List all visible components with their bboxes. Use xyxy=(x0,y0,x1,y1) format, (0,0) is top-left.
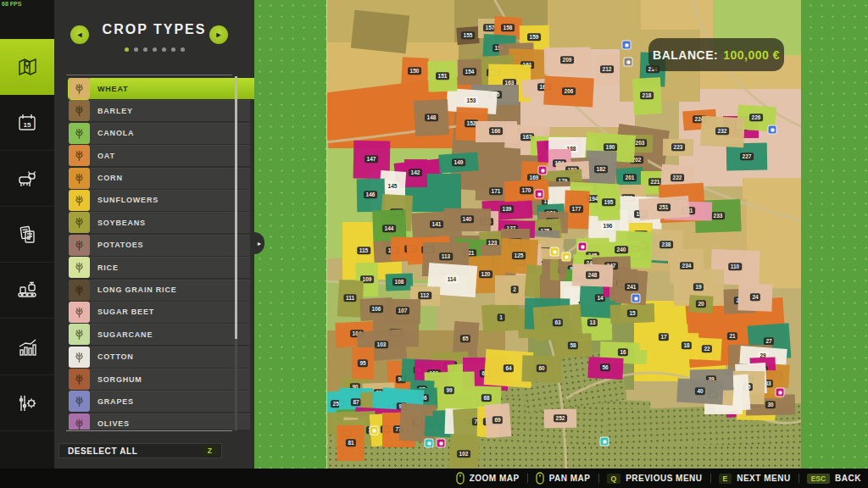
crop-row-soybeans[interactable]: SOYBEANS xyxy=(54,212,254,233)
field-number-103[interactable]: 103 xyxy=(375,341,388,348)
sidebar-item-contracts[interactable] xyxy=(0,207,54,263)
field-number-209[interactable]: 209 xyxy=(560,56,574,64)
field-number-145[interactable]: 145 xyxy=(386,182,399,190)
field-number-147[interactable]: 147 xyxy=(364,155,378,163)
field-number-146[interactable]: 146 xyxy=(364,191,377,198)
field-number-56[interactable]: 56 xyxy=(600,363,610,371)
field-number-125[interactable]: 125 xyxy=(512,252,526,259)
field-number-238[interactable]: 238 xyxy=(659,241,673,248)
sidebar-item-production[interactable] xyxy=(0,263,54,319)
field-number-60[interactable]: 60 xyxy=(537,364,547,372)
map-poi-icon[interactable] xyxy=(437,439,446,448)
field-number-241[interactable]: 241 xyxy=(625,283,638,291)
hotbar-item-zoom-map[interactable]: ZOOM MAP xyxy=(456,472,520,485)
field-number-150[interactable]: 150 xyxy=(408,67,421,75)
field-number-106[interactable]: 106 xyxy=(370,305,383,313)
field-number-30[interactable]: 30 xyxy=(765,401,776,408)
map-poi-icon[interactable] xyxy=(624,58,633,67)
field-number-149[interactable]: 149 xyxy=(452,158,465,166)
field-number-148[interactable]: 148 xyxy=(425,114,438,121)
scrollbar-thumb[interactable] xyxy=(235,76,237,339)
map-poi-icon[interactable] xyxy=(550,247,559,257)
crop-row-corn[interactable]: CORN xyxy=(54,168,254,189)
field-number-251[interactable]: 251 xyxy=(657,203,670,211)
field-number-17[interactable]: 17 xyxy=(659,333,669,341)
field-number-154[interactable]: 154 xyxy=(463,68,476,75)
field-number-2[interactable]: 2 xyxy=(511,286,519,293)
crop-row-grapes[interactable]: GRAPES xyxy=(54,391,254,412)
crop-row-rice[interactable]: RICE xyxy=(54,257,254,278)
map-poi-icon[interactable] xyxy=(538,166,548,175)
field-number-196[interactable]: 196 xyxy=(601,222,615,230)
crop-row-sugarcane[interactable]: SUGARCANE xyxy=(54,324,254,345)
crop-row-olives[interactable]: OLIVES xyxy=(54,413,254,430)
sidebar-item-calendar[interactable]: 15 xyxy=(0,95,54,151)
field-number-108[interactable]: 108 xyxy=(392,278,406,286)
crop-row-barley[interactable]: BARLEY xyxy=(54,100,254,121)
crop-row-oat[interactable]: OAT xyxy=(54,145,254,166)
field-number-182[interactable]: 182 xyxy=(594,165,608,173)
field-number-110[interactable]: 110 xyxy=(728,263,742,270)
sidebar-item-statistics[interactable] xyxy=(0,319,54,375)
field-number-22[interactable]: 22 xyxy=(702,345,712,352)
crop-row-long-grain-rice[interactable]: LONG GRAIN RICE xyxy=(54,280,254,301)
field-number-142[interactable]: 142 xyxy=(409,169,422,176)
field-number-240[interactable]: 240 xyxy=(615,246,628,253)
field-number-232[interactable]: 232 xyxy=(715,127,729,135)
field-number-111[interactable]: 111 xyxy=(343,294,356,302)
field-number-153[interactable]: 153 xyxy=(465,97,478,104)
field-number-102[interactable]: 102 xyxy=(457,450,470,458)
field-number-212[interactable]: 212 xyxy=(600,65,614,73)
field-number-40[interactable]: 40 xyxy=(695,387,705,395)
field-number-20[interactable]: 20 xyxy=(696,300,706,308)
field-number-195[interactable]: 195 xyxy=(602,198,615,206)
hotbar-item-next-menu[interactable]: ENEXT MENU xyxy=(719,474,791,484)
crop-row-cotton[interactable]: COTTON xyxy=(54,347,254,368)
field-number-166[interactable]: 166 xyxy=(489,127,503,135)
field-number-21[interactable]: 21 xyxy=(727,332,737,340)
field-number-170[interactable]: 170 xyxy=(520,186,533,194)
map-poi-icon[interactable] xyxy=(535,190,544,199)
field-number-114[interactable]: 114 xyxy=(445,275,459,283)
field-number-13[interactable]: 13 xyxy=(587,319,598,326)
field-number-24[interactable]: 24 xyxy=(750,293,760,301)
map-poi-icon[interactable] xyxy=(776,388,785,397)
field-number-171[interactable]: 171 xyxy=(489,187,503,195)
field-number-206[interactable]: 206 xyxy=(562,87,576,95)
field-number-95[interactable]: 95 xyxy=(358,359,368,367)
field-number-158[interactable]: 158 xyxy=(501,24,515,31)
field-number-15[interactable]: 15 xyxy=(627,309,637,317)
field-number-252[interactable]: 252 xyxy=(554,414,567,422)
field-number-58[interactable]: 58 xyxy=(568,341,578,349)
map-poi-icon[interactable] xyxy=(578,242,587,252)
field-number-69[interactable]: 69 xyxy=(492,416,503,424)
crop-row-sorghum[interactable]: SORGHUM xyxy=(54,369,254,390)
sidebar-item-settings[interactable] xyxy=(0,375,54,431)
field-number-139[interactable]: 139 xyxy=(500,205,514,213)
field-number-177[interactable]: 177 xyxy=(570,205,583,213)
field-number-140[interactable]: 140 xyxy=(460,215,474,223)
field-number-248[interactable]: 248 xyxy=(586,271,599,279)
field-number-151[interactable]: 151 xyxy=(436,72,449,80)
crop-row-sunflowers[interactable]: SUNFLOWERS xyxy=(54,190,254,211)
hotbar-item-back[interactable]: ESCBACK xyxy=(807,474,861,484)
field-number-141[interactable]: 141 xyxy=(430,220,443,228)
field-number-155[interactable]: 155 xyxy=(461,31,475,39)
map-poi-icon[interactable] xyxy=(562,252,571,262)
field-number-115[interactable]: 115 xyxy=(357,247,370,254)
hotbar-item-previous-menu[interactable]: QPREVIOUS MENU xyxy=(607,474,703,484)
field-number-1[interactable]: 1 xyxy=(498,313,505,321)
sidebar-item-animals[interactable] xyxy=(0,151,54,207)
field-number-218[interactable]: 218 xyxy=(640,92,654,99)
map-poi-icon[interactable] xyxy=(600,437,609,446)
map-poi-icon[interactable] xyxy=(425,439,434,448)
field-number-226[interactable]: 226 xyxy=(749,114,763,121)
map-poi-icon[interactable] xyxy=(370,426,379,435)
field-number-18[interactable]: 18 xyxy=(682,341,692,349)
field-number-87[interactable]: 87 xyxy=(351,398,361,406)
field-number-113[interactable]: 113 xyxy=(439,252,453,260)
field-number-68[interactable]: 68 xyxy=(481,394,492,402)
field-number-81[interactable]: 81 xyxy=(346,439,356,446)
map-poi-icon[interactable] xyxy=(768,125,777,135)
field-number-19[interactable]: 19 xyxy=(693,283,704,291)
